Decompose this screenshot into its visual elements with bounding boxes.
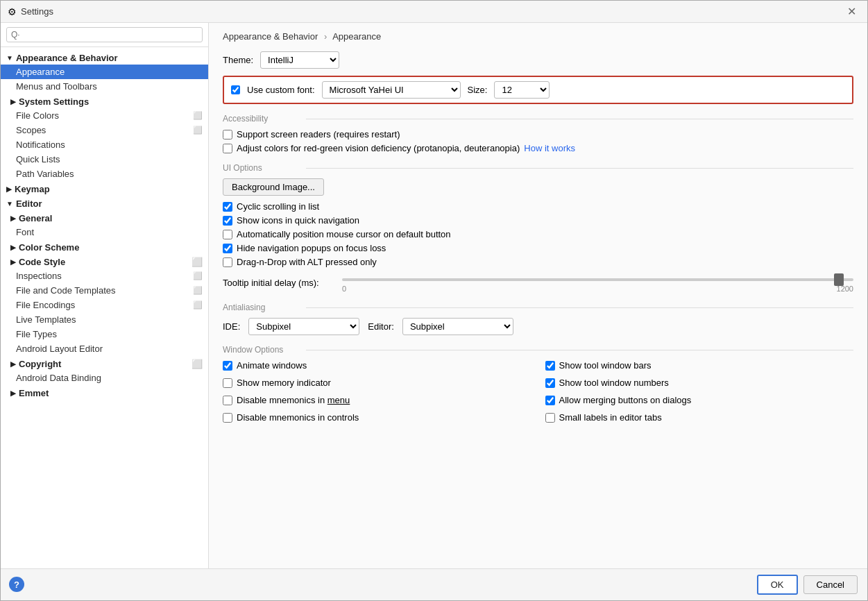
- accessibility-title: Accessibility: [223, 114, 853, 124]
- drag-drop-checkbox[interactable]: [223, 257, 232, 267]
- breadcrumb-part1: Appearance & Behavior: [223, 31, 318, 42]
- title-bar: ⚙ Settings ✕: [1, 1, 867, 23]
- section-keymap[interactable]: ▶ Keymap: [1, 181, 208, 196]
- animate-windows-checkbox[interactable]: [223, 361, 232, 371]
- section-editor[interactable]: ▼ Editor: [1, 196, 208, 210]
- show-tool-numbers-label: Show tool window numbers: [559, 378, 669, 388]
- slider-container: 0 1200: [342, 273, 853, 293]
- show-memory-checkbox[interactable]: [223, 378, 232, 388]
- theme-label: Theme:: [223, 55, 253, 65]
- window-title: Settings: [21, 6, 53, 17]
- sidebar-item-code-style[interactable]: ▶ Code Style ⬜: [1, 254, 208, 269]
- auto-position-row: Automatically position mouse cursor on d…: [223, 229, 853, 239]
- section-label: Keymap: [15, 184, 50, 194]
- ui-options-title: UI Options: [223, 163, 853, 173]
- sidebar-item-emmet[interactable]: ▶ Emmet: [1, 385, 208, 400]
- size-select[interactable]: 10 11 12 13 14: [494, 81, 550, 99]
- cyclic-scroll-checkbox[interactable]: [223, 202, 232, 212]
- cyclic-scroll-label: Cyclic scrolling in list: [237, 201, 319, 212]
- show-icons-label: Show icons in quick navigation: [237, 215, 359, 226]
- file-encodings-icon: ⬜: [193, 300, 203, 310]
- ide-label: IDE:: [223, 321, 240, 332]
- search-input[interactable]: [6, 27, 203, 42]
- sidebar-item-file-code-templates[interactable]: File and Code Templates ⬜: [1, 283, 208, 298]
- help-button[interactable]: ?: [9, 577, 24, 592]
- sidebar-item-android-layout[interactable]: Android Layout Editor: [1, 341, 208, 356]
- disable-mnemonics-controls-label: Disable mnemonics in controls: [237, 412, 359, 423]
- allow-merging-label: Allow merging buttons on dialogs: [559, 395, 692, 405]
- custom-font-label: Use custom font:: [247, 85, 315, 95]
- close-button[interactable]: ✕: [843, 3, 860, 19]
- screen-readers-label: Support screen readers (requires restart…: [237, 129, 400, 139]
- sidebar-item-file-colors[interactable]: File Colors ⬜: [1, 108, 208, 123]
- allow-merging-checkbox[interactable]: [545, 396, 555, 405]
- adjust-colors-checkbox[interactable]: [223, 144, 232, 153]
- disable-mnemonics-controls-checkbox[interactable]: [223, 413, 232, 423]
- inspections-icon: ⬜: [193, 271, 203, 280]
- tooltip-label: Tooltip initial delay (ms):: [223, 278, 334, 288]
- sidebar-item-inspections[interactable]: Inspections ⬜: [1, 269, 208, 283]
- show-tool-bars-label: Show tool window bars: [559, 360, 652, 371]
- theme-row: Theme: IntelliJ Darcula High Contrast: [223, 51, 853, 69]
- sidebar-item-scopes[interactable]: Scopes ⬜: [1, 123, 208, 137]
- sidebar-item-file-encodings[interactable]: File Encodings ⬜: [1, 298, 208, 312]
- sidebar-item-file-types[interactable]: File Types: [1, 327, 208, 341]
- how-it-works-link[interactable]: How it works: [524, 143, 575, 153]
- small-labels-checkbox[interactable]: [545, 413, 555, 423]
- cancel-button[interactable]: Cancel: [803, 575, 858, 594]
- ide-antialiasing-select[interactable]: Subpixel Greyscale None: [248, 318, 359, 335]
- adjust-colors-label: Adjust colors for red-green vision defic…: [237, 143, 520, 153]
- show-tool-window-bars-row: Show tool window bars: [545, 360, 854, 371]
- sidebar-item-font[interactable]: Font: [1, 225, 208, 239]
- arrow-icon: ▶: [10, 214, 16, 222]
- slider-min: 0: [342, 285, 346, 293]
- sidebar-item-quick-lists[interactable]: Quick Lists: [1, 152, 208, 167]
- file-colors-icon: ⬜: [193, 111, 203, 120]
- tooltip-slider-row: Tooltip initial delay (ms): 0 1200: [223, 273, 853, 293]
- editor-antialiasing-select[interactable]: Subpixel Greyscale None: [402, 318, 513, 335]
- show-icons-row: Show icons in quick navigation: [223, 215, 853, 226]
- sidebar-item-general[interactable]: ▶ General: [1, 210, 208, 225]
- theme-select[interactable]: IntelliJ Darcula High Contrast: [260, 51, 339, 69]
- custom-font-checkbox[interactable]: [231, 85, 240, 94]
- antialiasing-title: Antialiasing: [223, 303, 853, 312]
- screen-readers-row: Support screen readers (requires restart…: [223, 129, 853, 139]
- disable-mnemonics-menu-checkbox[interactable]: [223, 396, 232, 405]
- small-labels-row: Small labels in editor tabs: [545, 412, 854, 423]
- editor-label: Editor:: [368, 321, 394, 332]
- arrow-icon: ▶: [10, 98, 16, 105]
- scopes-icon: ⬜: [193, 126, 203, 135]
- window-options-grid: Animate windows Show tool window bars Sh…: [223, 360, 853, 426]
- font-select[interactable]: Microsoft YaHei UI Arial Segoe UI Consol…: [322, 81, 461, 99]
- auto-position-label: Automatically position mouse cursor on d…: [237, 229, 451, 239]
- sidebar-item-android-data-binding[interactable]: Android Data Binding: [1, 371, 208, 385]
- tooltip-slider[interactable]: [342, 278, 853, 281]
- breadcrumb: Appearance & Behavior › Appearance: [223, 31, 853, 42]
- arrow-icon: ▼: [6, 54, 13, 62]
- sidebar-item-live-templates[interactable]: Live Templates: [1, 312, 208, 327]
- hide-nav-label: Hide navigation popups on focus loss: [237, 243, 386, 253]
- show-tool-numbers-checkbox[interactable]: [545, 378, 555, 388]
- background-image-button[interactable]: Background Image...: [223, 178, 324, 196]
- show-icons-checkbox[interactable]: [223, 216, 232, 226]
- screen-readers-checkbox[interactable]: [223, 130, 232, 139]
- disable-mnemonics-controls-row: Disable mnemonics in controls: [223, 412, 531, 423]
- show-tool-bars-checkbox[interactable]: [545, 361, 555, 371]
- animate-windows-row: Animate windows: [223, 360, 531, 371]
- disable-mnemonics-menu-label: Disable mnemonics in menu: [237, 395, 350, 405]
- sidebar-item-appearance[interactable]: Appearance: [1, 65, 208, 79]
- sidebar-item-notifications[interactable]: Notifications: [1, 137, 208, 152]
- auto-position-checkbox[interactable]: [223, 230, 232, 239]
- section-appearance-behavior[interactable]: ▼ Appearance & Behavior: [1, 50, 208, 65]
- breadcrumb-separator: ›: [324, 31, 327, 42]
- sidebar-item-menus-toolbars[interactable]: Menus and Toolbars: [1, 79, 208, 94]
- sidebar-item-system-settings[interactable]: ▶ System Settings: [1, 94, 208, 108]
- sidebar-item-copyright[interactable]: ▶ Copyright ⬜: [1, 356, 208, 371]
- sidebar-item-color-scheme[interactable]: ▶ Color Scheme: [1, 239, 208, 254]
- hide-nav-checkbox[interactable]: [223, 244, 232, 253]
- sidebar-item-path-variables[interactable]: Path Variables: [1, 167, 208, 181]
- main-panel: Appearance & Behavior › Appearance Theme…: [209, 23, 867, 568]
- ok-button[interactable]: OK: [757, 575, 798, 595]
- copyright-icon: ⬜: [192, 359, 203, 369]
- size-label: Size:: [468, 85, 488, 95]
